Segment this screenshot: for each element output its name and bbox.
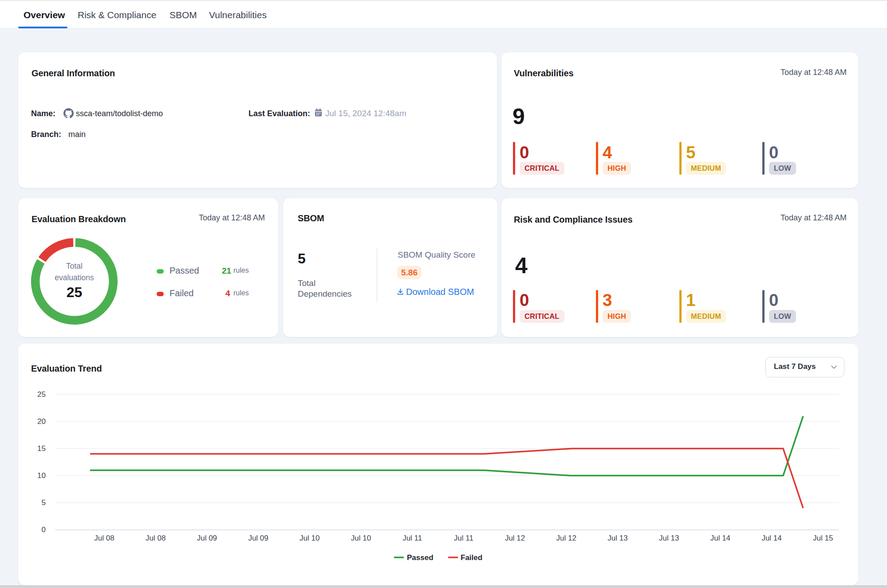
svg-text:15: 15	[37, 444, 46, 453]
svg-text:Jul 14: Jul 14	[710, 534, 730, 542]
svg-text:Jul 12: Jul 12	[505, 534, 525, 542]
svg-text:Jul 13: Jul 13	[659, 534, 679, 542]
svg-text:Failed: Failed	[461, 553, 482, 562]
svg-text:Jul 12: Jul 12	[556, 534, 576, 542]
svg-text:Jul 15: Jul 15	[813, 534, 833, 542]
svg-text:Jul 09: Jul 09	[197, 534, 217, 542]
svg-text:Jul 11: Jul 11	[402, 534, 422, 542]
svg-text:20: 20	[37, 417, 46, 426]
svg-text:5: 5	[42, 498, 46, 507]
svg-text:Jul 14: Jul 14	[761, 534, 781, 542]
svg-text:Jul 10: Jul 10	[351, 534, 371, 542]
svg-text:0: 0	[42, 525, 46, 534]
svg-text:Jul 10: Jul 10	[300, 534, 319, 542]
svg-text:25: 25	[37, 390, 46, 399]
svg-text:Jul 11: Jul 11	[454, 534, 473, 542]
svg-text:10: 10	[37, 471, 46, 480]
svg-text:Jul 09: Jul 09	[248, 534, 268, 542]
svg-text:Passed: Passed	[407, 553, 434, 562]
svg-text:Jul 08: Jul 08	[146, 534, 166, 542]
svg-text:Jul 13: Jul 13	[607, 534, 627, 542]
svg-text:Jul 08: Jul 08	[94, 534, 114, 542]
